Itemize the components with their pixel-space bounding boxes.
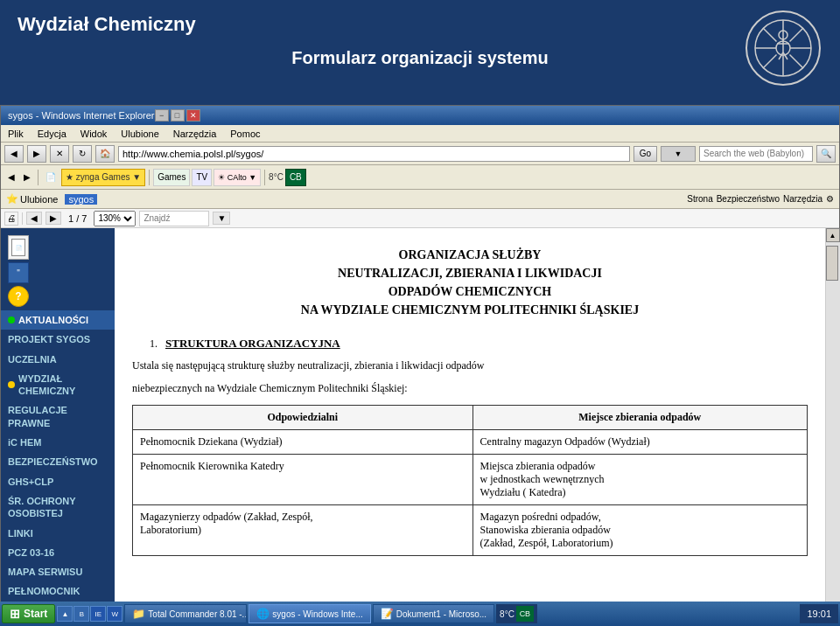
taskbar-item-ie[interactable]: 🌐 sygos - Windows Inte... [248,604,370,623]
menu-view[interactable]: Widok [77,129,111,139]
page-title-line1: ORGANIZACJA SŁUŻBY [132,246,808,264]
games-btn[interactable]: Games [153,169,190,186]
search-input[interactable] [699,146,813,162]
section-number: 1. [150,337,158,350]
header-title: Wydział Chemiczny [18,13,196,36]
menu-tools[interactable]: Narzędzia [170,129,220,139]
table-cell-3-2: Magazyn pośredni odpadów,Stanowiska zbie… [472,505,807,556]
page-title-line3: ODPADÓW CHEMICZNYCH [132,282,808,301]
close-button[interactable]: ✕ [186,109,200,122]
tray-icon-1[interactable]: ▲ [57,606,73,622]
browser-favbar: ⭐ Ulubione sygos Strona Bezpieczeństwo N… [1,190,839,209]
taskbar: ⊞ Start ▲ B IE W 📁 Total Commander 8.01 … [0,602,840,626]
sidebar-item-regulacje-prawne[interactable]: REGULACJEPRAWNE [1,400,115,433]
maximize-button[interactable]: □ [171,109,185,122]
browser-window: sygos - Windows Internet Explorer − □ ✕ … [0,105,840,626]
section1-heading-block: 1. STRUKTURA ORGANIZACYJNA [150,337,808,351]
browser-menubar: Plik Edycja Widok Ulubione Narzędzia Pom… [1,125,839,143]
start-button[interactable]: ⊞ Start [2,604,55,623]
table-row-3: Magazynierzy odpadów (Zakład, Zespół,Lab… [133,505,808,556]
system-tray-icons: ▲ B IE W [57,606,122,622]
tv-btn[interactable]: TV [192,169,212,186]
tray-temp: 8°C [500,609,514,619]
sidebar: 📄 " ? AKTUALNOŚCI PROJEKT SYGOS UCZELNIA… [1,228,115,626]
doc-icon-1[interactable]: 📄 [8,235,29,260]
table-row-2: Pełnomocnik Kierownika Katedry Miejsca z… [133,455,808,505]
tray-cb-icon[interactable]: CB [516,606,534,622]
menu-edit[interactable]: Edycja [34,129,70,139]
menu-help[interactable]: Pomoc [227,129,263,139]
svg-line-8 [790,55,804,69]
stop-button[interactable]: ✕ [50,145,69,163]
doc-icon-2[interactable]: " [8,262,29,283]
doc-icon-3[interactable]: ? [8,286,29,307]
toolbar-forward-btn[interactable]: ▶ [20,168,34,187]
section1-text1: Ustala się następującą strukturę służby … [132,358,808,373]
refresh-button[interactable]: ↻ [73,145,92,163]
sidebar-item-pcz[interactable]: PCZ 03-16 [1,543,115,562]
browser-toolbar: ◀ ▶ 📄 ★ zynga Games ▼ Games TV ☀ CAlto ▼… [1,165,839,190]
home-button[interactable]: 🏠 [95,145,115,163]
go-button[interactable]: Go [634,146,657,162]
section1-text2: niebezpiecznych na Wydziale Chemicznym P… [132,380,808,396]
menu-favorites[interactable]: Ulubione [117,129,162,139]
scroll-up-arrow[interactable]: ▲ [826,228,840,242]
sidebar-item-mapa-serwisu[interactable]: MAPA SERWISU [1,562,115,581]
find-input[interactable] [139,211,209,226]
page-toolbar: 🖨 ◀ ▶ 1 / 7 130% 100% 75% ▼ [1,209,839,228]
table-row-1: Pełnomocnik Dziekana (Wydział) Centralny… [133,430,808,455]
tray-icon-4[interactable]: W [107,606,122,622]
sidebar-item-sr-ochrony[interactable]: ŚR. OCHRONYOSOBISTEJ [1,491,115,524]
minimize-button[interactable]: − [155,109,169,122]
zoom-select[interactable]: 130% 100% 75% [94,211,136,226]
forward-button[interactable]: ▶ [27,145,46,163]
next-page-btn[interactable]: ▶ [46,212,61,225]
page-content-area: ORGANIZACJA SŁUŻBY NEUTRALIZACJI, ZBIERA… [115,228,825,626]
calto-btn[interactable]: ☀ CAlto ▼ [214,169,261,186]
toolbar-sep3 [264,170,265,185]
search-button[interactable]: 🔍 [816,145,836,163]
sidebar-item-ghs-clp[interactable]: GHS+CLP [1,472,115,491]
toolbar-sep1 [38,170,38,185]
browser-titlebar: sygos - Windows Internet Explorer − □ ✕ [1,106,839,125]
favbar-sygos[interactable]: sygos [65,194,97,205]
sidebar-item-aktualnosci[interactable]: AKTUALNOŚCI [1,310,115,330]
address-input[interactable] [118,146,630,162]
prev-page-btn[interactable]: ◀ [26,212,42,225]
page-toolbar-sep [22,212,23,225]
menu-file[interactable]: Plik [4,129,27,139]
find-button[interactable]: ▼ [213,212,230,225]
zynga-games-btn[interactable]: ★ zynga Games ▼ [61,169,145,186]
taskbar-item-totalcmd[interactable]: 📁 Total Commander 8.01 -... [124,604,247,623]
taskbar-item-word[interactable]: 📝 Dokument1 - Microso... [373,604,494,623]
sidebar-item-pelnomocnik[interactable]: PEŁNOMOCNIK [1,581,115,601]
favbar-ulubione[interactable]: ⭐ Ulubione [6,193,58,205]
sidebar-item-projekt-sygos[interactable]: PROJEKT SYGOS [1,330,115,349]
sidebar-item-wydzial-chemiczny[interactable]: WYDZIAŁCHEMICZNY [1,369,115,401]
taskbar-tray: 8°C CB [496,604,537,623]
toolbar-page-btn[interactable]: 📄 [42,168,60,187]
scroll-track[interactable] [826,242,840,613]
tray-icon-2[interactable]: B [74,606,89,622]
browser-content: 📄 " ? AKTUALNOŚCI PROJEKT SYGOS UCZELNIA… [1,228,839,626]
toolbar-back-btn[interactable]: ◀ [4,168,18,187]
sidebar-item-ichem[interactable]: iC HEM [1,433,115,452]
university-logo [744,9,822,87]
cb-btn[interactable]: CB [285,169,306,186]
sidebar-item-bezpieczenstwo[interactable]: BEZPIECZEŃSTWO [1,452,115,471]
scroll-thumb[interactable] [826,246,838,281]
page-title-line2: NEUTRALIZACJI, ZBIERANIA I LIKWIDACJI [132,264,808,282]
browser-controls: − □ ✕ [155,109,200,122]
table-cell-2-2: Miejsca zbierania odpadóww jednostkach w… [472,455,807,505]
tray-icon-3[interactable]: IE [90,606,106,622]
section1-heading: STRUKTURA ORGANIZACYJNA [165,337,340,350]
sidebar-item-linki[interactable]: LINKI [1,524,115,543]
svg-line-10 [763,55,777,69]
sidebar-item-uczelnia[interactable]: UCZELNIA [1,350,115,369]
table-cell-3-1: Magazynierzy odpadów (Zakład, Zespół,Lab… [133,505,473,556]
taskbar-time: 19:01 [800,604,838,623]
toolbar-sep2 [149,170,150,185]
print-icon[interactable]: 🖨 [4,212,18,226]
toolbar-temp: 8°C [269,172,284,182]
back-button[interactable]: ◀ [4,145,24,163]
